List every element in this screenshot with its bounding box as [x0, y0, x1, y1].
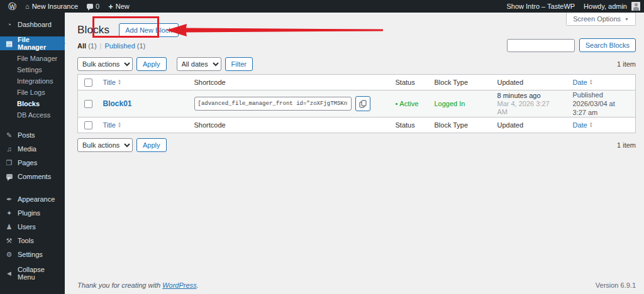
- add-new-block-button[interactable]: Add New Block: [119, 23, 179, 37]
- table-row: Block01 •Active Logged In 8 minutes ago …: [78, 90, 636, 117]
- sidebar-item-plugins[interactable]: ✦ Plugins: [0, 206, 65, 220]
- sidebar-item-label: File Manager: [18, 36, 60, 51]
- sidebar-item-settings[interactable]: ⚙ Settings: [0, 248, 65, 261]
- sidebar-item-label: Comments: [18, 173, 51, 180]
- wordpress-logo[interactable]: Ⓦ: [4, 0, 21, 13]
- sidebar-item-label: Posts: [18, 131, 35, 139]
- sidebar-item-label: Appearance: [18, 195, 55, 203]
- folder-icon: ▤: [5, 40, 13, 48]
- column-header-updated: Updated: [491, 117, 567, 133]
- wordpress-logo-icon: Ⓦ: [8, 3, 16, 11]
- site-name-link[interactable]: ⌂ New Insurance: [21, 0, 82, 13]
- search-blocks-button[interactable]: Search Blocks: [579, 38, 636, 52]
- select-all-checkbox[interactable]: [84, 79, 92, 87]
- comment-count: 0: [96, 3, 99, 10]
- sidebar-item-posts[interactable]: ✎ Posts: [0, 128, 65, 142]
- tablenav-top: Bulk actions Apply All dates Filter 1 it…: [77, 57, 636, 72]
- sort-icon: ▲▼: [589, 79, 593, 85]
- sidebar-item-label: Tools: [18, 237, 34, 244]
- select-all-checkbox[interactable]: [84, 121, 92, 129]
- shortcode-field[interactable]: [194, 97, 352, 111]
- sidebar-item-label: Pages: [18, 159, 37, 166]
- view-separator: |: [100, 42, 102, 50]
- comment-bubble-icon: [6, 174, 13, 179]
- pages-icon: ❐: [5, 159, 13, 167]
- copy-shortcode-button[interactable]: [355, 96, 370, 111]
- bulk-actions-select[interactable]: Bulk actions: [77, 138, 133, 152]
- blocks-table: Title▲▼ Shortcode Status Block Type Upda…: [77, 74, 636, 133]
- submenu-item-blocks[interactable]: Blocks: [0, 98, 65, 109]
- admin-sidebar: ◔ Dashboard ▤ File Manager File Manager …: [0, 13, 65, 294]
- table-footer-row: Title▲▼ Shortcode Status Block Type Upda…: [78, 117, 636, 133]
- version-label: Version 6.9.1: [596, 281, 636, 289]
- main-content: Screen Options ▼ Blocks Add New Block Al…: [65, 13, 644, 294]
- menu-separator: [0, 123, 65, 128]
- avatar[interactable]: [631, 2, 640, 11]
- column-header-block-type: Block Type: [428, 75, 491, 90]
- column-header-updated: Updated: [491, 75, 567, 90]
- column-header-shortcode: Shortcode: [188, 75, 389, 90]
- sidebar-item-media[interactable]: ♫ Media: [0, 142, 65, 156]
- my-account-link[interactable]: Howdy, admin: [579, 0, 631, 13]
- screen-options-label: Screen Options: [573, 15, 621, 23]
- updated-relative: 8 minutes ago: [497, 91, 560, 100]
- menu-separator: [0, 183, 65, 192]
- comments-shortcut[interactable]: 0: [82, 0, 104, 13]
- copy-icon: [359, 100, 367, 108]
- filter-button[interactable]: Filter: [225, 57, 253, 71]
- collapse-menu-label: Collapse Menu: [18, 266, 60, 281]
- sidebar-item-users[interactable]: ♟ Users: [0, 220, 65, 234]
- sidebar-item-pages[interactable]: ❐ Pages: [0, 156, 65, 170]
- posts-pin-icon: ✎: [5, 131, 13, 139]
- apply-button[interactable]: Apply: [136, 57, 167, 71]
- sidebar-item-tools[interactable]: ⚒ Tools: [0, 234, 65, 248]
- submenu-item-settings[interactable]: Settings: [0, 64, 65, 75]
- show-intro-link[interactable]: Show Intro – TasteWP: [502, 0, 579, 13]
- tablenav-bottom: Bulk actions Apply 1 item: [77, 138, 636, 153]
- block-title-link[interactable]: Block01: [103, 99, 132, 108]
- sort-icon: ▲▼: [589, 122, 593, 128]
- view-all-link[interactable]: All (1): [77, 42, 97, 50]
- sort-by-date[interactable]: Date▲▼: [573, 79, 593, 86]
- admin-bar: Ⓦ ⌂ New Insurance 0 + New Show Intro – T…: [0, 0, 644, 13]
- date-value: 2026/03/04 at 3:27 am: [573, 99, 630, 117]
- sidebar-item-file-manager[interactable]: ▤ File Manager: [0, 36, 65, 50]
- dates-filter-select[interactable]: All dates: [177, 57, 221, 71]
- sidebar-item-comments[interactable]: Comments: [0, 170, 65, 183]
- sort-by-date[interactable]: Date▲▼: [573, 121, 593, 129]
- sort-by-title[interactable]: Title▲▼: [103, 79, 121, 86]
- column-header-shortcode: Shortcode: [188, 117, 389, 133]
- shortcode-cell: [194, 96, 383, 111]
- view-published-link[interactable]: Published (1): [104, 42, 145, 50]
- column-header-status: Status: [389, 117, 428, 133]
- row-checkbox[interactable]: [84, 100, 92, 108]
- wordpress-link[interactable]: WordPress: [162, 281, 196, 289]
- sidebar-item-dashboard[interactable]: ◔ Dashboard: [0, 18, 65, 31]
- new-content-menu[interactable]: + New: [104, 0, 134, 13]
- media-icon: ♫: [5, 145, 13, 153]
- page-title: Blocks: [77, 24, 109, 36]
- comments-icon: [5, 173, 13, 180]
- submenu-item-integrations[interactable]: Integrations: [0, 75, 65, 87]
- bulk-actions-select[interactable]: Bulk actions: [77, 57, 133, 71]
- sidebar-item-label: Plugins: [18, 209, 40, 217]
- sort-by-title[interactable]: Title▲▼: [103, 121, 121, 129]
- search-input[interactable]: [507, 39, 575, 52]
- sidebar-item-label: Media: [18, 145, 36, 153]
- apply-button[interactable]: Apply: [136, 138, 167, 152]
- item-count: 1 item: [617, 141, 636, 149]
- submenu-item-file-logs[interactable]: File Logs: [0, 87, 65, 98]
- plugins-plug-icon: ✦: [5, 209, 13, 217]
- column-header-status: Status: [389, 75, 428, 90]
- sidebar-item-label: Dashboard: [18, 21, 52, 28]
- footer-thanks: Thank you for creating with WordPress.: [77, 281, 199, 289]
- search-box: Search Blocks: [507, 38, 636, 52]
- sidebar-item-appearance[interactable]: ✒ Appearance: [0, 192, 65, 206]
- collapse-menu-button[interactable]: ◄ Collapse Menu: [0, 266, 65, 280]
- chevron-down-icon: ▼: [625, 17, 629, 21]
- tools-wrench-icon: ⚒: [5, 237, 13, 245]
- new-label: New: [116, 3, 130, 10]
- screen-options-tab[interactable]: Screen Options ▼: [566, 13, 636, 26]
- submenu-item-file-manager[interactable]: File Manager: [0, 53, 65, 64]
- submenu-item-db-access[interactable]: DB Access: [0, 109, 65, 121]
